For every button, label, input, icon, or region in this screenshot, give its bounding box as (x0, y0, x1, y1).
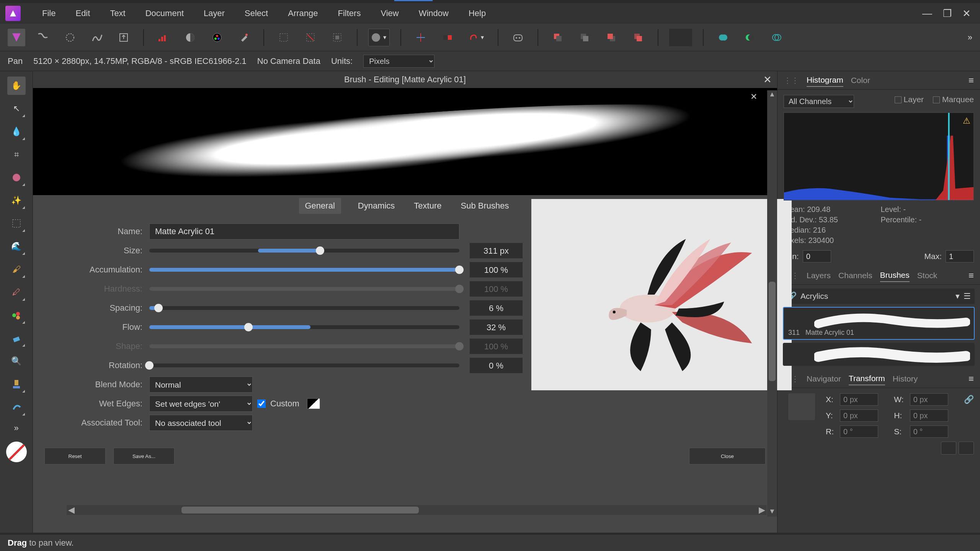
menu-select[interactable]: Select (235, 8, 278, 18)
close-icon[interactable]: ✕ (962, 8, 971, 20)
slider-size[interactable] (149, 249, 459, 253)
align-2[interactable] (959, 442, 974, 455)
magic-wand-tool[interactable]: ✨ (7, 191, 26, 210)
erase-tool[interactable] (7, 329, 26, 347)
brush-item[interactable] (783, 343, 975, 366)
tab-stock[interactable]: Stock (917, 269, 938, 282)
brush-category-select[interactable]: 🔗 Acrylics ▾ ☰ (783, 289, 975, 304)
marquee-tool[interactable] (7, 214, 26, 233)
paint-mixer-tool[interactable] (7, 306, 26, 324)
align-1[interactable] (941, 442, 956, 455)
robot-icon[interactable] (509, 29, 527, 46)
s-input[interactable] (910, 425, 948, 438)
brush-tab-dynamics[interactable]: Dynamics (356, 198, 397, 214)
custom-gradient-icon[interactable] (307, 398, 320, 409)
menu-file[interactable]: File (32, 8, 65, 18)
horizontal-scrollbar[interactable]: ◀▶ (67, 505, 766, 515)
assistant-icon[interactable]: ▾ (466, 29, 487, 46)
tab-layers[interactable]: Layers (807, 269, 831, 282)
snapping-icon[interactable] (412, 29, 430, 46)
slider-accumulation[interactable] (149, 268, 459, 272)
arrange-backward-icon[interactable] (576, 29, 593, 46)
panel-menu-icon[interactable]: ≡ (969, 75, 974, 86)
tool-overflow-icon[interactable]: » (14, 423, 18, 433)
deselect-icon[interactable] (302, 29, 319, 46)
slider-flow[interactable] (149, 325, 459, 329)
saveas-button[interactable]: Save As... (113, 448, 175, 465)
persona-export-icon[interactable] (115, 29, 132, 46)
invert-selection-icon[interactable] (328, 29, 346, 46)
pan-tool[interactable]: ✋ (7, 77, 26, 95)
bool-subtract-icon[interactable] (741, 29, 759, 46)
maximize-icon[interactable]: ❐ (943, 8, 952, 20)
wet-select[interactable]: Set wet edges 'on' (149, 396, 253, 412)
move-tool[interactable]: ↖ (7, 99, 26, 118)
menu-filters[interactable]: Filters (328, 8, 371, 18)
pixel-tool[interactable]: 🖊 (7, 283, 26, 302)
slider-spacing[interactable] (149, 306, 459, 310)
color-swatch[interactable] (6, 442, 27, 462)
min-input[interactable] (803, 250, 831, 262)
tab-channels[interactable]: Channels (838, 269, 872, 282)
tab-history[interactable]: History (893, 373, 918, 385)
tab-transform[interactable]: Transform (849, 372, 885, 385)
auto-wb-icon[interactable] (235, 29, 253, 46)
select-all-icon[interactable] (275, 29, 292, 46)
arrange-front-icon[interactable] (629, 29, 647, 46)
flood-fill-tool[interactable]: 🌊 (7, 237, 26, 256)
grip-icon[interactable]: ⋮⋮ (784, 76, 799, 85)
menu-arrange[interactable]: Arrange (278, 8, 328, 18)
zoom-tool[interactable]: 🔍 (7, 352, 26, 370)
menu-edit[interactable]: Edit (65, 8, 100, 18)
h-input[interactable] (910, 409, 948, 422)
stamp-tool[interactable] (7, 375, 26, 393)
canvas[interactable] (531, 199, 792, 390)
dialog-close-icon[interactable]: ✕ (763, 74, 772, 86)
tab-brushes[interactable]: Brushes (880, 269, 910, 282)
color-picker-tool[interactable]: 💧 (7, 122, 26, 141)
brush-tab-sub-brushes[interactable]: Sub Brushes (459, 198, 511, 214)
brush-item[interactable]: 311 Matte Acrylic 01 (783, 307, 975, 340)
arrange-forward-icon[interactable] (603, 29, 620, 46)
toolbar-overflow-icon[interactable]: » (968, 33, 972, 42)
anchor-widget[interactable] (788, 393, 815, 420)
quick-mask-icon[interactable]: ▾ (368, 29, 390, 46)
bool-add-icon[interactable] (714, 29, 732, 46)
persona-tone-icon[interactable] (88, 29, 106, 46)
assoc-select[interactable]: No associated tool (149, 415, 253, 431)
opt-marquee[interactable]: Marquee (933, 95, 974, 104)
channel-select[interactable]: All Channels (784, 95, 854, 108)
menu-window[interactable]: Window (409, 8, 459, 18)
max-input[interactable] (946, 250, 974, 262)
menu-layer[interactable]: Layer (194, 8, 235, 18)
custom-check[interactable] (257, 399, 266, 408)
blend-select[interactable]: Normal (149, 377, 253, 393)
tab-color[interactable]: Color (851, 74, 870, 86)
brush-tab-texture[interactable]: Texture (412, 198, 444, 214)
bool-intersect-icon[interactable] (768, 29, 786, 46)
auto-colors-icon[interactable] (208, 29, 226, 46)
brush-name-input[interactable] (149, 223, 459, 240)
auto-levels-icon[interactable] (155, 29, 172, 46)
paint-brush-tool[interactable]: 🖌 (7, 260, 26, 279)
persona-liquify-icon[interactable] (34, 29, 52, 46)
tab-close-icon[interactable]: ✕ (750, 92, 757, 102)
menu-help[interactable]: Help (459, 8, 496, 18)
minimize-icon[interactable]: — (922, 8, 932, 20)
brush-tab-general[interactable]: General (299, 198, 341, 214)
force-pixel-icon[interactable] (439, 29, 456, 46)
app-icon[interactable] (5, 6, 21, 21)
list-view-icon[interactable]: ☰ (964, 292, 971, 301)
menu-document[interactable]: Document (136, 8, 194, 18)
slider-rotation[interactable] (149, 364, 459, 367)
y-input[interactable] (840, 409, 878, 422)
persona-photo-icon[interactable] (8, 29, 25, 46)
arrange-back-icon[interactable] (549, 29, 567, 46)
menu-text[interactable]: Text (100, 8, 135, 18)
crop-tool[interactable]: ⌗ (7, 145, 26, 164)
tab-histogram[interactable]: Histogram (807, 74, 843, 87)
opt-layer[interactable]: Layer (895, 95, 924, 104)
units-select[interactable]: Pixels (363, 55, 434, 68)
panel-menu-icon[interactable]: ≡ (969, 373, 974, 384)
tab-navigator[interactable]: Navigator (807, 373, 841, 385)
